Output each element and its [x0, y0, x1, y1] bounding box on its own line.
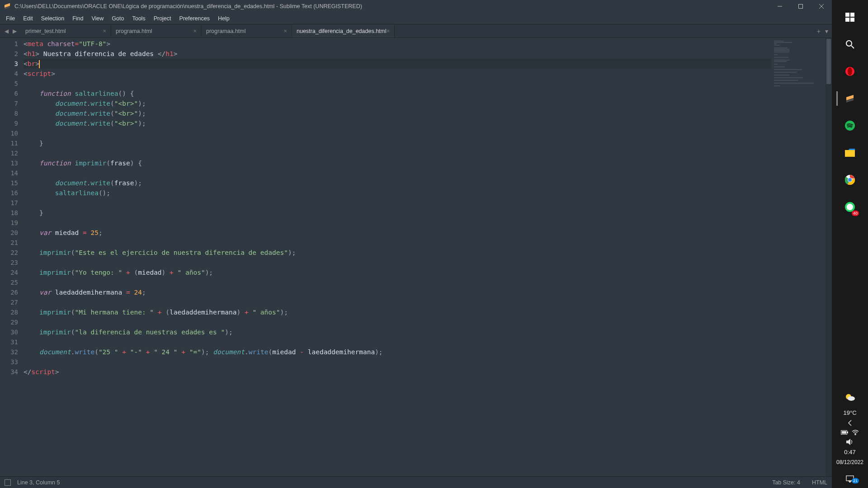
tab-menu-button[interactable]: ▾ [825, 28, 828, 35]
line-number[interactable]: 5 [0, 79, 18, 89]
line-number[interactable]: 6 [0, 89, 18, 99]
code-line[interactable]: saltarlinea(); [24, 188, 771, 198]
tab[interactable]: primer_test.html× [21, 24, 111, 38]
spotify-icon[interactable] [836, 112, 863, 139]
code-line[interactable] [24, 148, 771, 158]
new-tab-button[interactable]: + [817, 28, 821, 35]
gutter[interactable]: 1234567891011121314151617181920212223242… [0, 38, 24, 476]
line-number[interactable]: 28 [0, 307, 18, 317]
line-number[interactable]: 12 [0, 148, 18, 158]
tab[interactable]: programa.html× [111, 24, 202, 38]
line-number[interactable]: 29 [0, 317, 18, 327]
clock-time[interactable]: 0:47 [836, 447, 863, 457]
menu-selection[interactable]: Selection [37, 14, 68, 23]
menu-edit[interactable]: Edit [19, 14, 37, 23]
code-line[interactable]: imprimir("Este es el ejercicio de nuestr… [24, 248, 771, 258]
tab[interactable]: programaa.html× [202, 24, 292, 38]
code-area[interactable]: <meta charset="UTF-8"><h1> Nuestra difer… [24, 38, 771, 476]
menu-goto[interactable]: Goto [108, 14, 128, 23]
status-position[interactable]: Line 3, Column 5 [17, 479, 760, 486]
code-line[interactable]: function saltarlinea() { [24, 89, 771, 99]
menu-find[interactable]: Find [68, 14, 87, 23]
line-number[interactable]: 24 [0, 267, 18, 277]
code-line[interactable]: var miedad = 25; [24, 228, 771, 238]
code-line[interactable]: <meta charset="UTF-8"> [24, 39, 771, 49]
opera-icon[interactable] [836, 58, 863, 85]
code-line[interactable] [24, 198, 771, 208]
code-line[interactable] [24, 258, 771, 267]
line-number[interactable]: 4 [0, 69, 18, 79]
code-line[interactable]: var laedaddemihermana = 24; [24, 287, 771, 297]
code-line[interactable]: <h1> Nuestra diferencia de edades </h1> [24, 49, 771, 59]
line-number[interactable]: 31 [0, 337, 18, 347]
vertical-scrollbar[interactable] [826, 38, 832, 476]
line-number[interactable]: 15 [0, 178, 18, 188]
close-button[interactable] [811, 0, 832, 13]
code-line[interactable] [24, 337, 771, 347]
code-line[interactable]: document.write("<br>"); [24, 108, 771, 118]
status-syntax[interactable]: HTML [812, 479, 827, 486]
line-number[interactable]: 13 [0, 158, 18, 168]
line-number[interactable]: 32 [0, 347, 18, 357]
line-number[interactable]: 8 [0, 108, 18, 118]
line-number[interactable]: 20 [0, 228, 18, 238]
code-line[interactable]: document.write("<br>"); [24, 118, 771, 128]
tab-nav-back-icon[interactable]: ◀ [3, 28, 10, 35]
code-line[interactable] [24, 297, 771, 307]
code-line[interactable]: function imprimir(frase) { [24, 158, 771, 168]
line-number[interactable]: 10 [0, 128, 18, 138]
line-number[interactable]: 26 [0, 287, 18, 297]
line-number[interactable]: 34 [0, 367, 18, 377]
code-line[interactable]: </script> [24, 367, 771, 377]
code-line[interactable] [24, 238, 771, 248]
start-icon[interactable] [836, 4, 863, 31]
line-number[interactable]: 7 [0, 99, 18, 108]
clock-date[interactable]: 08/12/2022 [836, 457, 863, 467]
tab-nav-forward-icon[interactable]: ▶ [11, 28, 18, 35]
code-line[interactable] [24, 357, 771, 367]
line-number[interactable]: 17 [0, 198, 18, 208]
menu-project[interactable]: Project [150, 14, 175, 23]
code-line[interactable]: imprimir("Mi hermana tiene: " + (laedadd… [24, 307, 771, 317]
code-line[interactable]: document.write("25 " + "-" + " 24 " + "=… [24, 347, 771, 357]
line-number[interactable]: 30 [0, 327, 18, 337]
code-line[interactable] [24, 168, 771, 178]
whatsapp-icon[interactable]: 40 [836, 193, 863, 221]
search-icon[interactable] [836, 31, 863, 58]
code-line[interactable]: <br> [24, 59, 771, 69]
code-line[interactable] [24, 277, 771, 287]
code-line[interactable]: document.write(frase); [24, 178, 771, 188]
line-number[interactable]: 23 [0, 258, 18, 267]
code-line[interactable]: } [24, 138, 771, 148]
line-number[interactable]: 33 [0, 357, 18, 367]
code-line[interactable] [24, 218, 771, 228]
volume-icon[interactable] [836, 437, 863, 447]
taskbar-chevron-icon[interactable] [836, 418, 863, 428]
menu-file[interactable]: File [2, 14, 19, 23]
minimize-button[interactable] [769, 0, 790, 13]
menu-view[interactable]: View [87, 14, 108, 23]
weather-icon[interactable] [836, 387, 863, 408]
titlebar[interactable]: C:\Users\DELL\Documents\ORACLE ONE\Lógic… [0, 0, 832, 13]
menu-help[interactable]: Help [214, 14, 234, 23]
explorer-icon[interactable] [836, 139, 863, 166]
tray-icons[interactable] [836, 428, 863, 437]
status-tabsize[interactable]: Tab Size: 4 [772, 479, 800, 486]
line-number[interactable]: 1 [0, 39, 18, 49]
line-number[interactable]: 27 [0, 297, 18, 307]
line-number[interactable]: 11 [0, 138, 18, 148]
tab-close-icon[interactable]: × [193, 28, 197, 34]
panel-toggle-icon[interactable] [5, 479, 11, 486]
line-number[interactable]: 2 [0, 49, 18, 59]
maximize-button[interactable] [790, 0, 811, 13]
line-number[interactable]: 21 [0, 238, 18, 248]
line-number[interactable]: 19 [0, 218, 18, 228]
line-number[interactable]: 25 [0, 277, 18, 287]
tab-close-icon[interactable]: × [387, 28, 390, 34]
code-line[interactable]: imprimir("la diferencia de nuestras edad… [24, 327, 771, 337]
tab[interactable]: nuestra_diferencia_de_edades.html× [292, 24, 395, 38]
code-line[interactable] [24, 128, 771, 138]
sublime-icon[interactable] [836, 85, 863, 112]
code-line[interactable] [24, 79, 771, 89]
code-line[interactable]: document.write("<br>"); [24, 99, 771, 108]
